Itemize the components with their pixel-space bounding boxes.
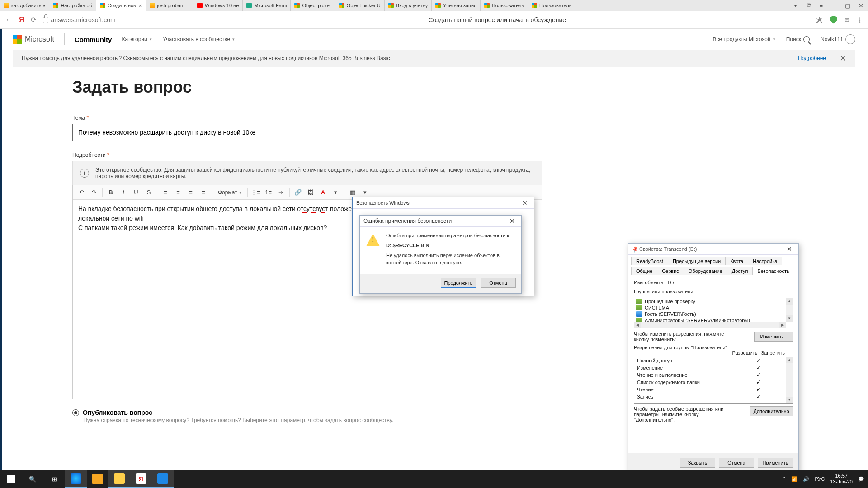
- group-item[interactable]: Гость (SERVER\Гость): [634, 311, 793, 317]
- cancel-button[interactable]: Отмена: [719, 458, 754, 468]
- browser-tab[interactable]: josh groban —: [146, 0, 194, 11]
- properties-tab[interactable]: Предыдущие версии: [668, 257, 726, 265]
- browser-tab[interactable]: Учетная запис: [432, 0, 480, 11]
- more-menu[interactable]: ▾: [359, 187, 371, 198]
- scrollbar-horizontal[interactable]: [634, 322, 786, 328]
- italic-button[interactable]: I: [118, 187, 129, 198]
- browser-tab[interactable]: Создать нов×: [96, 0, 146, 11]
- link-button[interactable]: 🔗: [292, 187, 304, 198]
- browser-tab[interactable]: Пользователь: [481, 0, 528, 11]
- image-button[interactable]: 🖼: [305, 187, 316, 198]
- properties-tab[interactable]: Сервис: [657, 267, 684, 275]
- browser-menu-icon[interactable]: ≡: [819, 2, 823, 9]
- indent-button[interactable]: ⇥: [275, 187, 287, 198]
- start-button[interactable]: [0, 470, 22, 488]
- extensions-icon[interactable]: ⊞: [844, 16, 849, 23]
- strike-button[interactable]: S: [143, 187, 155, 198]
- url-field[interactable]: answers.microsoft.com: [43, 16, 179, 23]
- search-button[interactable]: 🔍: [22, 470, 43, 488]
- tab-close-icon[interactable]: ×: [138, 2, 142, 9]
- protect-icon[interactable]: [830, 16, 837, 24]
- align-justify-button[interactable]: ≡: [198, 187, 209, 198]
- continue-button[interactable]: Продолжить: [441, 278, 476, 288]
- browser-tab[interactable]: Вход в учетну: [385, 0, 432, 11]
- group-item[interactable]: СИСТЕМА: [634, 305, 793, 311]
- taskbar-app-winamp[interactable]: [87, 470, 108, 488]
- close-icon[interactable]: ✕: [519, 199, 530, 206]
- banner-close-icon[interactable]: ✕: [840, 53, 846, 63]
- task-view-button[interactable]: ⊞: [43, 470, 65, 488]
- browser-tab[interactable]: Настройка об: [49, 0, 96, 11]
- minimize-button[interactable]: ―: [831, 2, 837, 9]
- browser-tab[interactable]: Object picker U: [335, 0, 385, 11]
- permissions-table[interactable]: Полный доступ✓Изменение✓Чтение и выполне…: [634, 357, 793, 404]
- taskbar-app-edge[interactable]: [65, 470, 87, 488]
- wifi-icon[interactable]: 📶: [791, 476, 797, 482]
- browser-tab[interactable]: Пользователь: [528, 0, 576, 11]
- taskbar-app-teamviewer[interactable]: [152, 470, 174, 488]
- bold-button[interactable]: B: [105, 187, 117, 198]
- maximize-button[interactable]: ▢: [845, 2, 850, 9]
- scrollbar-vertical[interactable]: [786, 357, 793, 403]
- yandex-home-icon[interactable]: Я: [19, 16, 24, 24]
- table-button[interactable]: ▦: [347, 187, 359, 198]
- browser-tabstrip: как добавить вНастройка обСоздать нов×jo…: [0, 0, 868, 11]
- window-list-icon[interactable]: ⧉: [807, 2, 811, 9]
- nav-participate[interactable]: Участвовать в сообществе▾: [163, 36, 235, 42]
- properties-tab[interactable]: Безопасность: [752, 267, 794, 275]
- volume-icon[interactable]: 🔊: [803, 476, 809, 482]
- align-right-button[interactable]: ≡: [185, 187, 197, 198]
- font-color-menu[interactable]: ▾: [330, 187, 342, 198]
- properties-tab[interactable]: Доступ: [727, 267, 753, 275]
- products-menu[interactable]: Все продукты Microsoft▾: [713, 36, 775, 42]
- notifications-icon[interactable]: 💬: [858, 476, 864, 482]
- align-left-button[interactable]: ≡: [160, 187, 171, 198]
- nav-categories[interactable]: Категории▾: [122, 36, 151, 42]
- bookmark-icon[interactable]: 🟊: [816, 16, 823, 23]
- taskbar-app-yandex[interactable]: Я: [130, 470, 152, 488]
- banner-link[interactable]: Подробнее: [798, 55, 826, 61]
- new-tab-button[interactable]: ＋: [789, 2, 802, 9]
- close-icon[interactable]: ✕: [784, 245, 795, 253]
- properties-tab[interactable]: Настройка: [748, 257, 782, 265]
- properties-tab[interactable]: Квота: [725, 257, 748, 265]
- undo-button[interactable]: ↶: [75, 187, 87, 198]
- browser-tab[interactable]: как добавить в: [0, 0, 49, 11]
- apply-button[interactable]: Применить: [758, 458, 793, 468]
- font-color-button[interactable]: A: [317, 187, 329, 198]
- microsoft-logo[interactable]: Microsoft: [13, 35, 54, 44]
- reload-button[interactable]: ⟳: [31, 15, 37, 24]
- ul-button[interactable]: ⋮≡: [250, 187, 262, 198]
- redo-button[interactable]: ↷: [88, 187, 100, 198]
- scrollbar-vertical[interactable]: [786, 298, 793, 322]
- downloads-icon[interactable]: ⭳: [857, 16, 863, 23]
- properties-tab[interactable]: Общие: [631, 267, 657, 275]
- group-icon: [636, 299, 642, 304]
- browser-tab[interactable]: Windows 10 не: [193, 0, 243, 11]
- clock[interactable]: 16:57 13-Jun-20: [830, 473, 853, 485]
- tray-expand-icon[interactable]: ˄: [783, 476, 786, 482]
- close-window-button[interactable]: ✕: [859, 2, 863, 9]
- edit-button[interactable]: Изменить...: [754, 332, 793, 342]
- properties-tab[interactable]: Оборудование: [684, 267, 727, 275]
- advanced-button[interactable]: Дополнительно: [750, 406, 793, 416]
- subject-input[interactable]: [72, 124, 542, 141]
- browser-tab[interactable]: Object picker: [291, 0, 335, 11]
- groups-listbox[interactable]: Прошедшие проверкуСИСТЕМАГость (SERVER\Г…: [634, 298, 793, 328]
- back-button[interactable]: ←: [5, 16, 13, 24]
- ol-button[interactable]: 1≡: [263, 187, 274, 198]
- taskbar-app-explorer[interactable]: [108, 470, 130, 488]
- format-dropdown[interactable]: Формат▾: [214, 189, 245, 196]
- group-item[interactable]: Прошедшие проверку: [634, 298, 793, 305]
- browser-tab[interactable]: Microsoft Fami: [243, 0, 291, 11]
- close-button[interactable]: Закрыть: [680, 458, 715, 468]
- user-menu[interactable]: Novik111: [821, 34, 855, 44]
- properties-tab[interactable]: ReadyBoost: [631, 257, 668, 265]
- search-button[interactable]: Поиск: [786, 36, 810, 42]
- align-center-button[interactable]: ≡: [172, 187, 184, 198]
- language-indicator[interactable]: РУС: [815, 476, 825, 482]
- community-link[interactable]: Community: [75, 36, 112, 43]
- close-icon[interactable]: ✕: [507, 217, 518, 225]
- cancel-button[interactable]: Отмена: [481, 278, 516, 288]
- underline-button[interactable]: U: [130, 187, 142, 198]
